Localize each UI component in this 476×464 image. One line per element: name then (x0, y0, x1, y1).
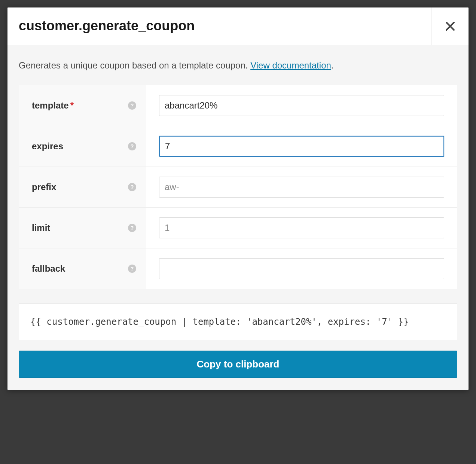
label-cell: limit ? (19, 208, 146, 248)
form-table: template* ? expires ? prefix (19, 85, 457, 289)
help-icon[interactable]: ? (128, 101, 136, 110)
field-label: expires (32, 141, 63, 152)
description-text: Generates a unique coupon based on a tem… (19, 60, 250, 70)
input-cell (146, 208, 457, 248)
input-cell (146, 248, 457, 289)
field-label: template* (32, 100, 74, 111)
description-trailing: . (331, 60, 334, 70)
modal-header: customer.generate_coupon (7, 7, 469, 45)
close-icon (445, 21, 456, 32)
expires-input[interactable] (159, 136, 444, 157)
input-cell (146, 126, 457, 167)
field-row-template: template* ? (19, 85, 457, 126)
template-input[interactable] (159, 95, 444, 116)
copy-to-clipboard-button[interactable]: Copy to clipboard (19, 351, 457, 378)
modal-dialog: customer.generate_coupon Generates a uni… (7, 7, 469, 390)
prefix-input[interactable] (159, 177, 444, 198)
close-button[interactable] (431, 7, 469, 45)
help-icon[interactable]: ? (128, 142, 136, 150)
label-cell: prefix ? (19, 167, 146, 207)
field-row-expires: expires ? (19, 126, 457, 167)
field-label: limit (32, 223, 50, 233)
help-icon[interactable]: ? (128, 183, 136, 191)
modal-description: Generates a unique coupon based on a tem… (19, 59, 457, 71)
field-label: fallback (32, 263, 65, 274)
modal-title: customer.generate_coupon (7, 7, 431, 45)
field-row-limit: limit ? (19, 208, 457, 248)
fallback-input[interactable] (159, 258, 444, 279)
label-cell: template* ? (19, 85, 146, 126)
limit-input[interactable] (159, 217, 444, 238)
label-cell: fallback ? (19, 248, 146, 289)
field-row-fallback: fallback ? (19, 248, 457, 289)
field-row-prefix: prefix ? (19, 167, 457, 208)
field-label: prefix (32, 182, 56, 192)
code-preview: {{ customer.generate_coupon | template: … (19, 303, 457, 340)
view-documentation-link[interactable]: View documentation (250, 60, 331, 70)
required-marker: * (70, 100, 74, 110)
input-cell (146, 167, 457, 207)
label-cell: expires ? (19, 126, 146, 167)
modal-body: Generates a unique coupon based on a tem… (7, 45, 469, 390)
input-cell (146, 85, 457, 126)
help-icon[interactable]: ? (128, 224, 136, 232)
help-icon[interactable]: ? (128, 265, 136, 273)
